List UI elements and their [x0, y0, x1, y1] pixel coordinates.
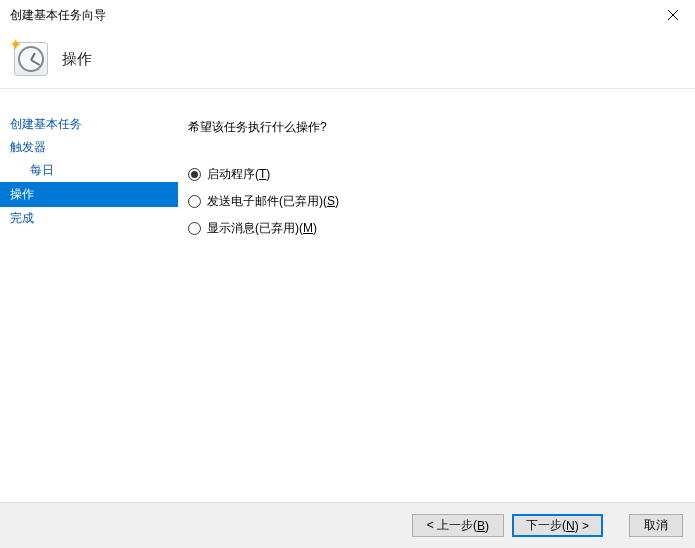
- radio-indicator-icon: [188, 168, 201, 181]
- radio-send-email[interactable]: 发送电子邮件(已弃用)(S): [188, 193, 695, 210]
- sidebar-item-create-task[interactable]: 创建基本任务: [0, 113, 178, 136]
- radio-label: 发送电子邮件(已弃用)(S): [207, 193, 339, 210]
- titlebar: 创建基本任务向导: [0, 0, 695, 30]
- close-button[interactable]: [659, 3, 687, 27]
- radio-indicator-icon: [188, 222, 201, 235]
- main-panel: 希望该任务执行什么操作? 启动程序(T) 发送电子邮件(已弃用)(S) 显示消息…: [178, 89, 695, 492]
- close-icon: [668, 10, 678, 20]
- radio-show-message[interactable]: 显示消息(已弃用)(M): [188, 220, 695, 237]
- window-title: 创建基本任务向导: [10, 7, 106, 24]
- task-clock-icon: ✦: [14, 42, 48, 76]
- sidebar-item-trigger[interactable]: 触发器: [0, 136, 178, 159]
- wizard-body: 创建基本任务 触发器 每日 操作 完成 希望该任务执行什么操作? 启动程序(T)…: [0, 89, 695, 492]
- sidebar-item-finish[interactable]: 完成: [0, 207, 178, 230]
- sidebar-item-daily[interactable]: 每日: [0, 159, 178, 182]
- radio-label: 启动程序(T): [207, 166, 270, 183]
- radio-indicator-icon: [188, 195, 201, 208]
- sidebar: 创建基本任务 触发器 每日 操作 完成: [0, 89, 178, 492]
- wizard-header: ✦ 操作: [0, 30, 695, 88]
- next-button[interactable]: 下一步(N) >: [512, 514, 603, 537]
- back-button[interactable]: < 上一步(B): [412, 514, 504, 537]
- cancel-button[interactable]: 取消: [629, 514, 683, 537]
- sidebar-item-action[interactable]: 操作: [0, 182, 178, 207]
- action-question: 希望该任务执行什么操作?: [188, 119, 695, 136]
- page-title: 操作: [62, 50, 92, 69]
- wizard-footer: < 上一步(B) 下一步(N) > 取消: [0, 502, 695, 548]
- action-radio-group: 启动程序(T) 发送电子邮件(已弃用)(S) 显示消息(已弃用)(M): [188, 166, 695, 237]
- radio-start-program[interactable]: 启动程序(T): [188, 166, 695, 183]
- radio-label: 显示消息(已弃用)(M): [207, 220, 317, 237]
